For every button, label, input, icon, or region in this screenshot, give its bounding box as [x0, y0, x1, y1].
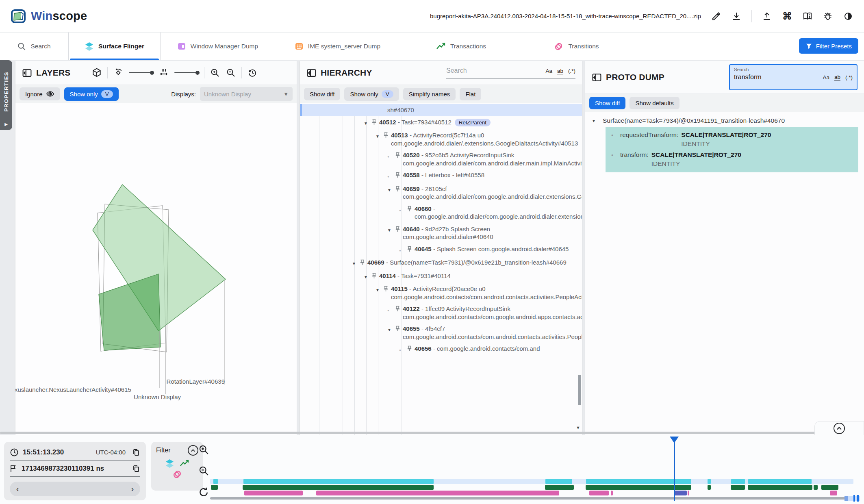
pin-icon[interactable]: [407, 205, 415, 214]
spacing-slider[interactable]: [174, 72, 199, 73]
zoom-out-icon[interactable]: [226, 67, 236, 78]
timeline-collapse-tab[interactable]: [814, 421, 864, 435]
tree-node[interactable]: ●40520 - 952c6b5 ActivityRecordInputSink…: [300, 149, 582, 169]
tree-node[interactable]: ▼40655 - 4f54cf7 com.google.android.cont…: [300, 323, 582, 343]
timeline-segment[interactable]: [731, 485, 745, 490]
timeline-zoom-in-icon[interactable]: [198, 444, 209, 455]
timeline-segment[interactable]: [688, 491, 690, 495]
dark-mode-icon[interactable]: [843, 11, 853, 22]
pin-icon[interactable]: [395, 171, 403, 180]
timeline-row-surface-flinger[interactable]: [210, 479, 864, 484]
collapse-arrow-icon[interactable]: ▼: [387, 325, 395, 334]
report-bug-icon[interactable]: [823, 11, 833, 22]
show-only-button[interactable]: Show only V: [344, 87, 399, 101]
collapse-arrow-icon[interactable]: ▼: [352, 259, 360, 268]
timeline-segment[interactable]: [586, 485, 692, 490]
displays-select[interactable]: Unknown Display ▼: [200, 87, 293, 101]
collapse-arrow-icon[interactable]: ▼: [364, 118, 371, 128]
tree-node[interactable]: ▼40115 - ActivityRecord{20ace0e u0 com.g…: [300, 283, 582, 303]
pin-icon[interactable]: [407, 345, 415, 354]
properties-collapsed-tab[interactable]: PROPERTIES ▶: [0, 60, 12, 130]
upload-icon[interactable]: [762, 11, 772, 22]
timeline-segment[interactable]: [814, 485, 818, 490]
tab-transactions[interactable]: Transactions: [400, 33, 522, 60]
pin-icon[interactable]: [383, 131, 391, 140]
tree-node[interactable]: ●40645 - Splash Screen com.google.androi…: [300, 243, 582, 257]
tree-node[interactable]: ▼40513 - ActivityRecord{5c7f14a u0 com.g…: [300, 129, 582, 149]
tree-node[interactable]: ▼40640 - 9d2d27b Splash Screen com.googl…: [300, 223, 582, 243]
tab-window-manager-dump[interactable]: Window Manager Dump: [160, 33, 275, 60]
download-icon[interactable]: [731, 11, 742, 22]
timeline-segment[interactable]: [545, 485, 574, 490]
collapse-filter-icon[interactable]: [188, 445, 198, 456]
tab-surface-flinger[interactable]: Surface Flinger: [68, 33, 160, 60]
timeline-segment[interactable]: [748, 485, 812, 490]
pin-icon[interactable]: [395, 325, 403, 334]
3d-view-icon[interactable]: [91, 67, 102, 78]
simplify-names-button[interactable]: Simplify names: [403, 88, 456, 100]
zoom-in-icon[interactable]: [210, 67, 220, 78]
show-diff-button[interactable]: Show diff: [589, 97, 625, 109]
timeline-segment[interactable]: [243, 479, 434, 484]
rotation-icon[interactable]: [113, 67, 124, 78]
show-only-button[interactable]: Show only V: [64, 87, 119, 101]
tree-node[interactable]: ▼40669 - Surface(name=Task=7931)/@0x619e…: [300, 256, 582, 270]
filter-transitions-icon[interactable]: [172, 469, 182, 479]
tab-search[interactable]: Search: [0, 33, 68, 60]
copy-ns-icon[interactable]: [132, 465, 140, 473]
collapse-arrow-icon[interactable]: ▼: [376, 285, 383, 294]
proto-search-field[interactable]: Search transform Aa ab (.*): [729, 64, 857, 90]
documentation-book-icon[interactable]: [802, 11, 813, 22]
match-case-toggle[interactable]: Aa: [545, 68, 552, 74]
proto-property[interactable]: ●requestedTransform:SCALE|TRANSLATE|ROT_…: [611, 131, 853, 148]
match-case-toggle[interactable]: Aa: [823, 74, 829, 80]
tree-node[interactable]: ▼40659 - 26105cf com.google.android.dial…: [300, 183, 582, 203]
proto-property[interactable]: ●transform:SCALE|TRANSLATE|ROT_270IDENTI…: [611, 151, 853, 167]
tree-node[interactable]: ▼40114 - Task=7931#40114: [300, 270, 582, 283]
timeline-segment[interactable]: [748, 479, 812, 484]
tree-node[interactable]: ▼40512 - Task=7934#40512RelZParent: [300, 116, 582, 130]
tree-node[interactable]: sh#40670: [300, 104, 582, 116]
pin-icon[interactable]: [371, 118, 379, 127]
timeline-segment[interactable]: [213, 479, 218, 484]
show-diff-button[interactable]: Show diff: [304, 88, 340, 100]
edit-file-icon[interactable]: [711, 11, 721, 22]
pin-icon[interactable]: [360, 259, 367, 267]
match-word-toggle[interactable]: ab: [557, 68, 563, 74]
timeline-cursor-line[interactable]: [674, 438, 675, 501]
collapse-arrow-icon[interactable]: ▼: [364, 272, 371, 281]
collapse-timeline-icon[interactable]: [834, 423, 845, 434]
pin-icon[interactable]: [395, 185, 403, 194]
tab-transitions[interactable]: Transitions: [522, 33, 631, 60]
next-frame-button[interactable]: ›: [131, 484, 134, 493]
proto-root-node[interactable]: ▼ Surface(name=Task=7934)/@0x1941191_tra…: [592, 117, 858, 124]
timeline-segment[interactable]: [545, 479, 572, 484]
ignore-button[interactable]: Ignore: [20, 87, 60, 100]
timeline-selected-segment[interactable]: [674, 491, 687, 495]
collapse-arrow-icon[interactable]: ▼: [387, 185, 395, 194]
flat-button[interactable]: Flat: [460, 88, 481, 100]
timeline-segment[interactable]: [611, 491, 613, 495]
reset-view-icon[interactable]: [247, 67, 258, 78]
collapse-arrow-icon[interactable]: ▼: [387, 225, 395, 235]
collapse-arrow-icon[interactable]: ▼: [376, 131, 383, 141]
timeline-row-transitions[interactable]: [210, 491, 864, 495]
hierarchy-scrollbar[interactable]: [578, 375, 581, 405]
timeline-segment[interactable]: [243, 485, 434, 490]
timeline-segment[interactable]: [211, 485, 218, 490]
pin-icon[interactable]: [395, 225, 403, 234]
regex-toggle[interactable]: (.*): [568, 68, 575, 74]
timeline-segment[interactable]: [708, 485, 711, 490]
copy-time-icon[interactable]: [132, 448, 140, 456]
pin-icon[interactable]: [371, 272, 379, 281]
filter-layers-icon[interactable]: [165, 459, 174, 468]
timeline-segment[interactable]: [821, 485, 838, 490]
tab-ime-system-server-dump[interactable]: IME system_server Dump: [275, 33, 400, 60]
previous-frame-button[interactable]: ‹: [16, 484, 19, 493]
timeline-segment[interactable]: [589, 491, 609, 495]
timeline-segment[interactable]: [708, 479, 711, 484]
timeline-strip[interactable]: [210, 435, 864, 504]
horizontal-scrollbar[interactable]: [0, 432, 844, 434]
layer-spacing-icon[interactable]: [158, 67, 169, 78]
timeline-scrollbar[interactable]: [210, 497, 860, 500]
